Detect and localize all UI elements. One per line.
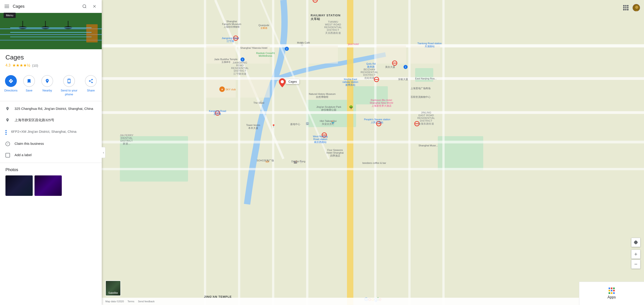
send-to-phone-label: Send to your phone xyxy=(56,89,82,96)
bottom-left: Map data ©2020 Terms Send feedback xyxy=(105,300,155,303)
svg-rect-30 xyxy=(272,0,274,305)
svg-text:🍴: 🍴 xyxy=(299,160,304,164)
stars: ★★★★½ xyxy=(12,63,30,68)
review-count: (10) xyxy=(32,63,38,67)
svg-rect-27 xyxy=(102,168,644,170)
photo-thumb-1[interactable] xyxy=(6,175,33,196)
directions-button[interactable]: Directions xyxy=(2,75,20,96)
marker-label: Cages xyxy=(286,79,299,84)
share-icon xyxy=(85,75,97,87)
zoom-out-button[interactable]: − xyxy=(631,260,640,269)
photos-grid xyxy=(6,175,96,196)
directions-label: Directions xyxy=(4,89,18,93)
svg-rect-25 xyxy=(102,111,644,114)
search-button[interactable] xyxy=(81,3,88,10)
user-avatar[interactable] xyxy=(632,4,640,12)
apps-label[interactable]: Apps xyxy=(608,295,616,299)
app-dot-7 xyxy=(608,292,610,294)
collapse-handle[interactable] xyxy=(102,147,105,158)
claim-icon xyxy=(6,142,10,146)
svg-text:🌳: 🌳 xyxy=(349,105,353,109)
rating-row: 4.3 ★★★★½ (10) xyxy=(6,63,96,68)
directions-icon xyxy=(5,75,17,87)
svg-line-1 xyxy=(86,7,86,8)
nearby-button[interactable]: Nearby xyxy=(38,75,56,96)
svg-point-0 xyxy=(83,5,86,8)
search-input[interactable] xyxy=(13,4,78,9)
svg-text:📍: 📍 xyxy=(272,124,276,128)
send-to-phone-button[interactable]: Send to your phone xyxy=(56,75,82,96)
satellite-thumb: Satellite xyxy=(105,281,121,296)
photo-thumb-2[interactable] xyxy=(34,175,62,196)
plus-code-text: 6FP2+XM Jing'an District, Shanghai, Chin… xyxy=(11,129,76,134)
google-apps-button[interactable] xyxy=(622,4,630,11)
claim-row[interactable]: Claim this business xyxy=(0,138,102,150)
save-button[interactable]: Save xyxy=(20,75,38,96)
apps-section: Apps xyxy=(579,282,644,305)
location-icon xyxy=(6,107,10,111)
app-dot-1 xyxy=(608,288,610,289)
svg-rect-33 xyxy=(408,0,410,305)
address-zh-row: 上海市静安区昌化路325号 xyxy=(0,114,102,126)
send-to-phone-icon xyxy=(63,75,75,87)
save-icon xyxy=(23,75,35,87)
plus-code-icon xyxy=(6,129,6,135)
map-area[interactable]: i i i 🍴 🍴 🍴 🍽 🌳 📍 🏢 🏪 🏬 ★ RAILWAY STATIO… xyxy=(102,0,644,305)
share-label: Share xyxy=(87,89,95,93)
nearby-icon xyxy=(41,75,53,87)
info-section: 325 Changhua Rd, Jing'an District, Shang… xyxy=(0,101,102,163)
apps-grid-icon xyxy=(608,288,615,294)
satellite-label: Satellite xyxy=(108,291,118,295)
app-dot-3 xyxy=(613,288,615,289)
svg-text:i: i xyxy=(286,47,287,50)
map-controls: + − xyxy=(631,238,640,269)
claim-text: Claim this business xyxy=(14,141,44,146)
rating-number: 4.3 xyxy=(6,63,10,67)
svg-text:🏪: 🏪 xyxy=(331,120,335,124)
save-label: Save xyxy=(26,89,32,93)
add-label-row[interactable]: Add a label xyxy=(0,149,102,161)
action-buttons: Directions Save Nearby xyxy=(0,71,102,101)
photos-title: Photos xyxy=(6,167,96,172)
bottom-bar: Map data ©2020 Terms Send feedback 1000 … xyxy=(102,298,644,305)
add-label-text: Add a label xyxy=(14,152,32,158)
svg-text:🏬: 🏬 xyxy=(294,160,298,164)
menu-button[interactable] xyxy=(4,4,10,9)
app-dot-4 xyxy=(608,290,610,291)
terms-link[interactable]: Terms xyxy=(128,300,134,303)
photos-section: Photos xyxy=(0,163,102,200)
app-dot-5 xyxy=(611,290,612,291)
app-dot-8 xyxy=(611,292,612,294)
add-label-icon xyxy=(6,153,10,157)
satellite-button[interactable]: Satellite xyxy=(105,281,121,296)
address-en-text: 325 Changhua Rd, Jing'an District, Shang… xyxy=(14,106,93,111)
svg-text:🍴: 🍴 xyxy=(260,100,264,104)
app-dot-9 xyxy=(613,292,615,294)
svg-point-77 xyxy=(281,80,284,83)
plus-code-row: 6FP2+XM Jing'an District, Shanghai, Chin… xyxy=(0,126,102,138)
privacy-link[interactable]: Send feedback xyxy=(138,300,154,303)
svg-rect-18 xyxy=(352,86,388,104)
svg-rect-32 xyxy=(374,0,376,305)
zoom-in-button[interactable]: + xyxy=(631,250,640,259)
place-name: Cages xyxy=(6,54,96,61)
svg-rect-40 xyxy=(240,79,270,98)
map-svg: i i i 🍴 🍴 🍴 🍽 🌳 📍 🏢 🏪 🏬 ★ xyxy=(102,0,644,305)
svg-rect-42 xyxy=(376,45,406,63)
location-icon-2 xyxy=(6,118,10,123)
search-bar xyxy=(0,0,102,13)
svg-rect-39 xyxy=(240,45,270,63)
nearby-label: Nearby xyxy=(42,89,52,93)
address-en-row: 325 Changhua Rd, Jing'an District, Shang… xyxy=(0,103,102,115)
map-marker: Cages xyxy=(279,78,286,88)
svg-text:🏢: 🏢 xyxy=(306,121,310,125)
svg-rect-26 xyxy=(102,141,644,143)
close-button[interactable] xyxy=(91,3,98,10)
location-button[interactable] xyxy=(631,238,640,247)
svg-rect-29 xyxy=(238,0,240,305)
svg-text:i: i xyxy=(405,66,406,68)
share-button[interactable]: Share xyxy=(82,75,100,96)
svg-text:🍽: 🍽 xyxy=(266,160,269,163)
svg-rect-37 xyxy=(206,45,236,63)
svg-text:i: i xyxy=(242,58,243,61)
